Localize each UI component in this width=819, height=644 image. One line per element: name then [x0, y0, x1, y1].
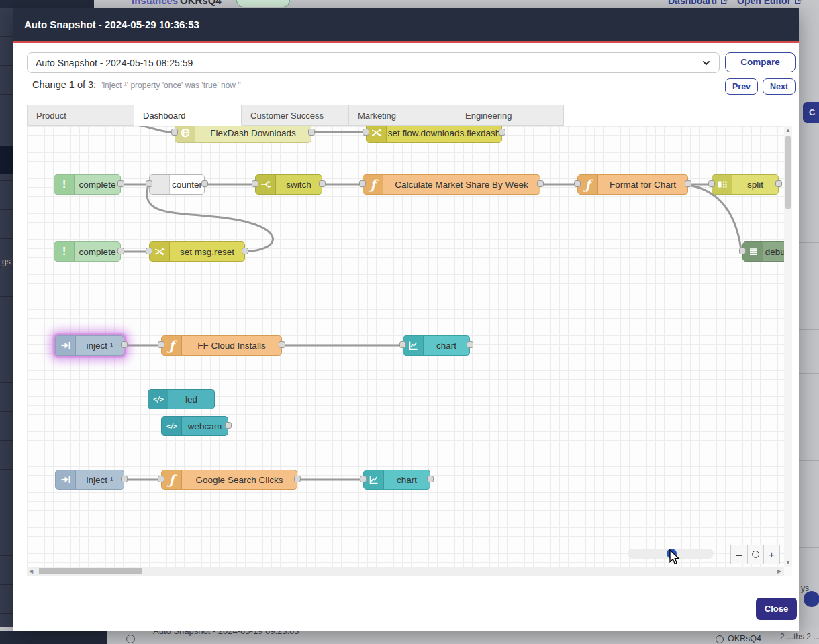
- zoom-reset-icon: [752, 551, 759, 558]
- node-inject-1[interactable]: inject ¹: [55, 335, 124, 356]
- function-icon: ƒ: [363, 175, 383, 194]
- open-editor-button[interactable]: Open Editor: [737, 0, 802, 6]
- input-port[interactable]: [360, 476, 367, 482]
- input-port[interactable]: [146, 248, 152, 254]
- code-icon: </>: [148, 390, 168, 409]
- next-change-button[interactable]: Next: [763, 78, 796, 95]
- output-port[interactable]: [121, 341, 128, 348]
- node-chart-1[interactable]: chart: [403, 335, 470, 356]
- flow-canvas[interactable]: FlexDash Downloadsset flow.downloads.fle…: [27, 126, 784, 567]
- input-port[interactable]: [158, 341, 164, 348]
- node-set-flow-downloads[interactable]: set flow.downloads.flexdash: [366, 126, 502, 143]
- snapshot-select[interactable]: Auto Snapshot - 2024-05-15 08:25:59: [27, 52, 720, 73]
- node-webcam[interactable]: </>webcam: [161, 416, 228, 436]
- sidebar-active-item[interactable]: [0, 146, 13, 174]
- scrollbar-corner: [784, 567, 792, 576]
- scroll-right-icon[interactable]: ▶: [775, 568, 784, 574]
- output-port[interactable]: [201, 180, 208, 187]
- close-button[interactable]: Close: [756, 598, 797, 620]
- prev-change-button[interactable]: Prev: [725, 78, 758, 95]
- zoom-reset-button[interactable]: [747, 545, 763, 564]
- node-label: set msg.reset: [170, 242, 244, 261]
- tab-dashboard[interactable]: Dashboard: [134, 105, 242, 126]
- node-inject-2[interactable]: inject ¹: [55, 470, 124, 490]
- output-port[interactable]: [242, 248, 248, 254]
- input-port[interactable]: [399, 341, 406, 348]
- node-flexdash-downloads[interactable]: FlexDash Downloads: [175, 126, 311, 143]
- node-complete-2[interactable]: !complete: [54, 241, 121, 262]
- output-port[interactable]: [121, 476, 128, 482]
- output-port[interactable]: [427, 476, 434, 482]
- input-port[interactable]: [146, 180, 152, 187]
- chart-icon: [364, 470, 384, 489]
- external-link-icon: [720, 0, 728, 5]
- breadcrumb-instances[interactable]: Instances: [132, 0, 178, 6]
- output-port[interactable]: [225, 422, 232, 429]
- node-counter[interactable]: counter: [149, 174, 205, 195]
- background-fab-button[interactable]: [804, 591, 819, 607]
- node-led[interactable]: </>led: [148, 389, 215, 409]
- background-age-fragment: 2 ...ths 2 ...ks: [780, 632, 819, 641]
- vertical-scrollbar-thumb[interactable]: [785, 136, 791, 209]
- input-port[interactable]: [359, 180, 366, 187]
- code-icon: </>: [162, 417, 182, 435]
- vertical-scrollbar[interactable]: ▲ ▼: [784, 126, 792, 567]
- input-port[interactable]: [171, 129, 178, 136]
- scroll-up-icon[interactable]: ▲: [784, 127, 792, 133]
- horizontal-scrollbar-thumb[interactable]: [39, 568, 142, 574]
- zoom-out-button[interactable]: –: [731, 545, 747, 564]
- output-port[interactable]: [117, 180, 124, 187]
- input-port[interactable]: [739, 248, 746, 254]
- output-port[interactable]: [467, 341, 473, 348]
- exclamation-icon: !: [54, 242, 75, 261]
- zoom-in-button[interactable]: +: [763, 545, 779, 564]
- node-label: webcam: [182, 417, 228, 435]
- background-table-rows: [799, 156, 819, 565]
- node-switch[interactable]: switch: [255, 174, 322, 195]
- dialog-title: Auto Snapshot - 2024-05-29 10:36:53: [24, 19, 199, 30]
- scroll-left-icon[interactable]: ◀: [27, 568, 35, 574]
- wire-edge-to-flexdash-downloads: [128, 126, 170, 132]
- tab-marketing[interactable]: Marketing: [349, 105, 456, 126]
- output-port[interactable]: [294, 476, 301, 482]
- node-ff-cloud-installs[interactable]: ƒFF Cloud Installs: [161, 335, 282, 356]
- zoom-slider[interactable]: [628, 549, 714, 559]
- node-set-msg-reset[interactable]: set msg.reset: [149, 241, 245, 262]
- node-calc-market-share[interactable]: ƒCalculate Market Share By Week: [363, 174, 540, 195]
- tab-product[interactable]: Product: [27, 105, 134, 126]
- snapshot-select-value: Auto Snapshot - 2024-05-15 08:25:59: [36, 58, 193, 68]
- node-split[interactable]: split: [712, 174, 779, 195]
- node-google-search-clicks[interactable]: ƒGoogle Search Clicks: [161, 470, 297, 490]
- output-port[interactable]: [279, 341, 285, 348]
- node-debug[interactable]: debug: [742, 241, 784, 262]
- horizontal-scrollbar[interactable]: ◀ ▶: [27, 567, 784, 576]
- tab-customer-success[interactable]: Customer Success: [242, 105, 349, 126]
- zoom-slider-thumb[interactable]: [667, 549, 677, 559]
- node-label: FF Cloud Installs: [182, 336, 281, 355]
- compare-button[interactable]: Compare: [725, 52, 796, 72]
- background-primary-button[interactable]: C: [803, 102, 819, 123]
- node-chart-2[interactable]: chart: [363, 470, 430, 490]
- node-complete-1[interactable]: !complete: [54, 174, 121, 195]
- output-port[interactable]: [308, 129, 315, 136]
- node-format-for-chart[interactable]: ƒFormat for Chart: [577, 174, 688, 195]
- arrow-icon: [56, 470, 76, 489]
- external-link-icon: [794, 0, 802, 5]
- node-label: Format for Chart: [598, 175, 687, 194]
- input-port[interactable]: [252, 180, 258, 187]
- node-label: inject ¹: [76, 336, 124, 355]
- output-port[interactable]: [685, 180, 691, 187]
- dashboard-button[interactable]: Dashboard: [668, 0, 728, 6]
- output-port[interactable]: [117, 248, 124, 254]
- input-port[interactable]: [708, 180, 715, 187]
- wire-format-for-chart-to-debug: [689, 185, 741, 250]
- input-port[interactable]: [363, 129, 369, 136]
- scroll-down-icon[interactable]: ▼: [784, 559, 792, 566]
- output-port[interactable]: [775, 180, 782, 187]
- input-port[interactable]: [158, 476, 164, 482]
- output-port[interactable]: [499, 129, 505, 136]
- tab-engineering[interactable]: Engineering: [456, 105, 564, 126]
- output-port[interactable]: [319, 180, 326, 187]
- output-port[interactable]: [537, 180, 544, 187]
- input-port[interactable]: [574, 180, 581, 187]
